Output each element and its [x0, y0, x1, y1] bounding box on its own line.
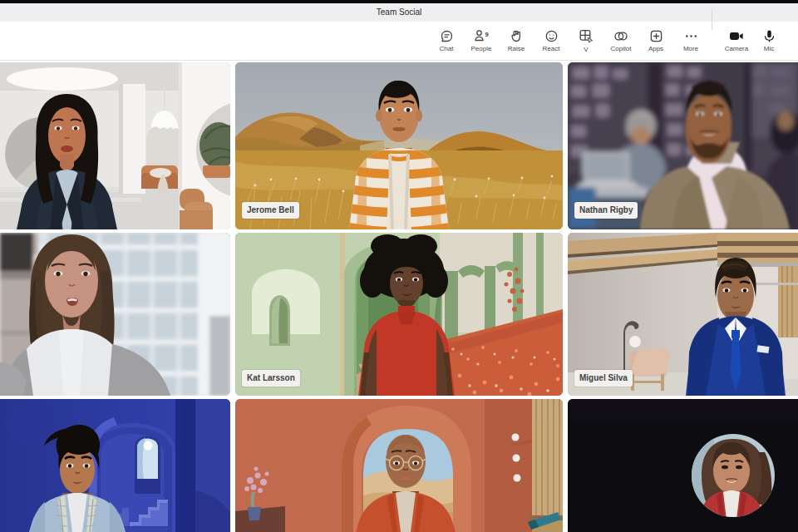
svg-text:9: 9 — [485, 31, 489, 38]
